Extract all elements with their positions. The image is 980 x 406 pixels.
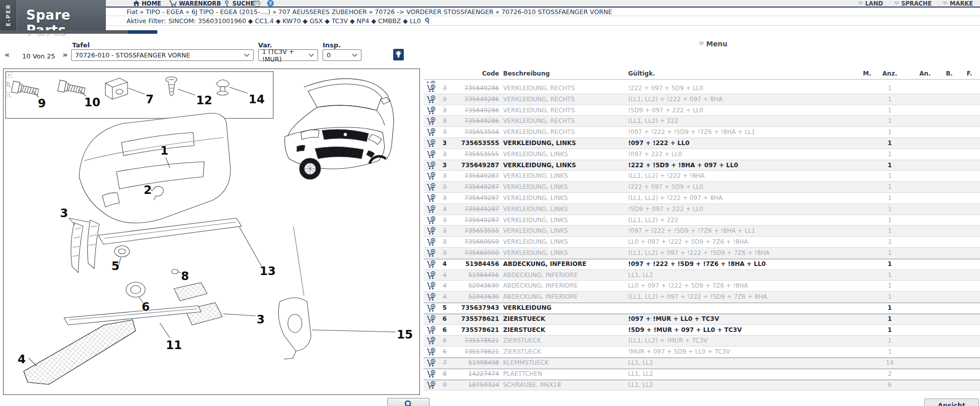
- pager-next-button[interactable]: »: [63, 51, 68, 58]
- home-menu-item[interactable]: HOME: [133, 0, 161, 7]
- pager-prev-button[interactable]: «: [5, 51, 10, 58]
- part-code[interactable]: 52043630: [453, 292, 499, 302]
- table-row[interactable]: 3 735653555 VERKLEIDUNG, LINKS !097 + 22…: [423, 149, 980, 160]
- table-row[interactable]: 6 735578621 ZIERSTUECK !097 + !MUR + LL0…: [423, 314, 980, 325]
- add-to-cart-icon[interactable]: [426, 359, 437, 367]
- insp-select[interactable]: 0: [323, 49, 361, 61]
- part-callout[interactable]: 4: [18, 353, 26, 365]
- part-callout[interactable]: 1: [160, 145, 168, 157]
- part-code[interactable]: 52043630: [453, 281, 499, 291]
- add-to-cart-icon[interactable]: [426, 139, 437, 148]
- part-callout[interactable]: 6: [142, 301, 150, 313]
- add-to-cart-icon[interactable]: [426, 260, 437, 268]
- help-menu-item[interactable]: ?: [267, 0, 274, 7]
- add-to-cart-icon[interactable]: [426, 348, 437, 356]
- part-code[interactable]: 735649287: [453, 215, 499, 226]
- add-to-cart-icon[interactable]: [426, 315, 437, 323]
- part-code[interactable]: 735660959: [453, 248, 499, 258]
- add-to-cart-icon[interactable]: [426, 293, 437, 301]
- part-code[interactable]: 735649287: [453, 204, 499, 215]
- part-callout[interactable]: 11: [166, 339, 182, 351]
- add-to-cart-icon[interactable]: [426, 271, 437, 280]
- table-row[interactable]: 4 52043630 ABDECKUNG, INFERIORE LL0 + 09…: [423, 281, 980, 292]
- breadcrumb[interactable]: Fiat » TIPO - EGEA » 6J TIPO - EGEA (201…: [106, 8, 980, 16]
- table-row[interactable]: 3 735653554 VERKLEIDUNG, RECHTS !097 + !…: [423, 127, 980, 138]
- part-code[interactable]: 735653554: [453, 127, 499, 138]
- part-code[interactable]: 735649287: [453, 182, 499, 192]
- table-row[interactable]: 3 735649286 VERKLEIDUNG, RECHTS (LL1, LL…: [423, 94, 980, 105]
- add-to-cart-icon[interactable]: [426, 336, 437, 345]
- table-row[interactable]: 4 52043630 ABDECKUNG, INFERIORE (LL1, LL…: [423, 292, 980, 303]
- tafel-select[interactable]: 70726-010 - STOSSFAENGER VORNE: [71, 49, 254, 61]
- table-row[interactable]: 3 735653555 VERKLEIDUNG, LINKS !097 + !2…: [423, 138, 980, 149]
- table-row[interactable]: 3 735649287 VERKLEIDUNG, LINKS !5D9 + 09…: [423, 204, 980, 215]
- table-row[interactable]: 4 51984456 ABDECKUNG, INFERIORE !097 + !…: [423, 259, 980, 270]
- add-to-cart-icon[interactable]: [426, 183, 437, 191]
- locale-menu-item[interactable]: MARKE: [943, 0, 973, 7]
- add-to-cart-icon[interactable]: [426, 128, 437, 137]
- part-callout[interactable]: 13: [260, 265, 276, 277]
- part-code[interactable]: 735578621: [453, 325, 499, 335]
- locale-menu-item[interactable]: LAND: [858, 0, 883, 7]
- part-callout[interactable]: 15: [397, 328, 413, 341]
- add-to-cart-icon[interactable]: [426, 150, 437, 159]
- table-row[interactable]: 6 735578621 ZIERSTUECK !MUR + 097 + 5D9 …: [423, 347, 980, 358]
- table-row[interactable]: 6 735578621 ZIERSTUECK (LL1, LL2) + !MUR…: [423, 335, 980, 347]
- add-to-cart-icon[interactable]: [426, 161, 437, 170]
- part-callout[interactable]: 5: [111, 260, 119, 272]
- table-row[interactable]: 3 735649286 VERKLEIDUNG, RECHTS !5D9 + 0…: [423, 105, 980, 116]
- table-row[interactable]: 5 735637943 VERKLEIDUNG 1: [423, 303, 980, 314]
- table-row[interactable]: 3 735649287 VERKLEIDUNG, LINKS (LL1, LL2…: [423, 215, 980, 226]
- part-code[interactable]: 735649286: [453, 116, 499, 126]
- add-to-cart-icon[interactable]: [426, 205, 437, 214]
- part-callout[interactable]: 3: [257, 313, 265, 325]
- table-row[interactable]: 3 735653555 VERKLEIDUNG, LINKS !097 + !2…: [423, 226, 980, 237]
- print-menu-item[interactable]: [253, 0, 261, 7]
- part-code[interactable]: 735649286: [453, 83, 499, 94]
- part-code[interactable]: 735653555: [453, 149, 499, 160]
- part-callout[interactable]: 2: [144, 184, 152, 196]
- part-code[interactable]: 14227474: [453, 369, 499, 379]
- part-code[interactable]: 51984456: [453, 270, 499, 281]
- add-to-cart-icon[interactable]: [426, 84, 437, 93]
- warenkorb-menu-item[interactable]: WARENKORB: [169, 0, 221, 7]
- add-to-cart-icon[interactable]: [426, 326, 437, 334]
- table-row[interactable]: 3 735649287 VERKLEIDUNG, LINKS !222 + 09…: [423, 182, 980, 193]
- part-code[interactable]: 735660959: [453, 237, 499, 247]
- add-to-cart-icon[interactable]: [426, 370, 437, 378]
- part-callout[interactable]: 10: [84, 96, 100, 108]
- part-code[interactable]: 735649287: [453, 193, 499, 204]
- part-code[interactable]: 735578621: [453, 314, 499, 324]
- add-to-cart-icon[interactable]: [426, 249, 437, 257]
- table-row[interactable]: 3 735660959 VERKLEIDUNG, LINKS LL0 + 097…: [423, 237, 980, 248]
- part-code[interactable]: 735649286: [453, 105, 499, 116]
- part-callout[interactable]: 7: [146, 93, 154, 105]
- table-row[interactable]: 4 51984456 ABDECKUNG, INFERIORE LL1, LL2…: [423, 270, 980, 281]
- hint-bulb-button[interactable]: [393, 49, 404, 60]
- add-to-cart-icon[interactable]: [426, 282, 437, 290]
- table-row[interactable]: 3 735660959 VERKLEIDUNG, LINKS (LL1, LL2…: [423, 248, 980, 259]
- table-row[interactable]: 9 18750324 SCHRAUBE, M6X18 LL1, LL2 6: [423, 380, 980, 391]
- part-code[interactable]: 735578621: [453, 347, 499, 357]
- table-row[interactable]: 3 735649287 VERKLEIDUNG, LINKS (LL1, LL2…: [423, 193, 980, 204]
- part-callout[interactable]: 14: [249, 93, 265, 105]
- part-code[interactable]: 735649287: [453, 171, 499, 181]
- add-to-cart-icon[interactable]: [426, 95, 437, 104]
- part-code[interactable]: 735653555: [453, 226, 499, 236]
- filter-search-icon[interactable]: [424, 17, 431, 24]
- part-callout[interactable]: 9: [38, 97, 46, 109]
- suche-menu-item[interactable]: SUCHE: [224, 0, 255, 7]
- diagram-search-button[interactable]: [387, 398, 430, 406]
- part-code[interactable]: 735578621: [453, 335, 499, 346]
- part-code[interactable]: 735649287: [453, 160, 499, 171]
- part-code[interactable]: 735649286: [453, 94, 499, 105]
- add-to-cart-icon[interactable]: [426, 106, 437, 115]
- part-code[interactable]: 51984456: [453, 259, 499, 269]
- table-row[interactable]: 7 51998498 KLEMMSTUECK LL1, LL2 14: [423, 358, 980, 369]
- footer-view-button[interactable]: Ansicht: [924, 398, 979, 406]
- part-code[interactable]: 18750324: [453, 380, 499, 390]
- table-row[interactable]: 8 14227474 PLAETTCHEN LL1, LL2 2: [423, 369, 980, 380]
- part-code[interactable]: 51998498: [453, 358, 499, 368]
- add-to-cart-icon[interactable]: [426, 227, 437, 235]
- table-row[interactable]: 3 735649287 VERKLEIDUNG, LINKS (LL1, LL2…: [423, 171, 980, 182]
